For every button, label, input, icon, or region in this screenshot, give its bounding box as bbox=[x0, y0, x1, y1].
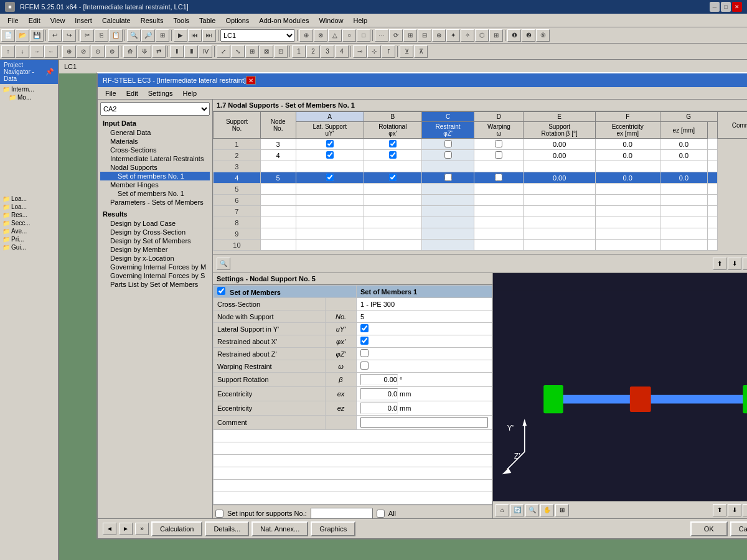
table-beta-7[interactable] bbox=[524, 206, 596, 217]
menu-addon[interactable]: Add-on Modules bbox=[254, 16, 314, 26]
table-lat-10[interactable] bbox=[296, 240, 364, 251]
export-icon[interactable]: ⬆ bbox=[713, 258, 726, 270]
menu-tools[interactable]: Tools bbox=[168, 16, 194, 26]
table-rot-4[interactable] bbox=[364, 172, 421, 184]
tree-design-load-case[interactable]: Design by Load Case bbox=[100, 219, 210, 228]
table-beta-8[interactable] bbox=[524, 217, 596, 228]
tb2-btn4[interactable]: ← bbox=[44, 45, 58, 58]
table-warp-7[interactable] bbox=[474, 206, 524, 217]
table-beta-4[interactable]: 0.00 bbox=[524, 172, 596, 184]
tree-nodal-supports[interactable]: Nodal Supports bbox=[100, 163, 210, 172]
view-settings1[interactable]: ⊿ bbox=[743, 504, 747, 516]
tb2-btn16[interactable]: ⤡ bbox=[231, 45, 245, 58]
lc-dropdown[interactable]: LC1 bbox=[220, 29, 295, 42]
toolbar-undo[interactable]: ↩ bbox=[48, 29, 62, 42]
toolbar-btn15[interactable]: ⟳ bbox=[389, 29, 403, 42]
tb2-btn2[interactable]: ↓ bbox=[16, 45, 29, 58]
table-lat-7[interactable] bbox=[296, 206, 364, 217]
warp-val[interactable] bbox=[357, 360, 492, 373]
nav-item-ave[interactable]: 📁 Ave... bbox=[1, 227, 57, 235]
table-beta-2[interactable]: 0.00 bbox=[524, 150, 596, 161]
table-res-5[interactable] bbox=[421, 184, 474, 195]
tb2-btn9[interactable]: ⟰ bbox=[123, 45, 137, 58]
toolbar-btn21[interactable]: ⬡ bbox=[475, 29, 489, 42]
table-ex-4[interactable]: 0.0 bbox=[595, 172, 660, 184]
nav-item-mo[interactable]: 📁 Mo... bbox=[1, 93, 57, 101]
tree-member-hinges-set1[interactable]: Set of members No. 1 bbox=[100, 189, 210, 198]
table-res-9[interactable] bbox=[421, 228, 474, 240]
table-ex-7[interactable] bbox=[595, 206, 660, 217]
table-ez-3[interactable] bbox=[660, 161, 708, 172]
dialog-menu-edit[interactable]: Edit bbox=[121, 89, 143, 98]
import-icon[interactable]: ⬇ bbox=[728, 258, 741, 270]
all-checkbox[interactable] bbox=[377, 510, 385, 518]
table-comment-3[interactable] bbox=[708, 161, 718, 172]
menu-table[interactable]: Table bbox=[194, 16, 220, 26]
tree-design-member[interactable]: Design by Member bbox=[100, 245, 210, 254]
toolbar-btn9[interactable]: ⊕ bbox=[299, 29, 313, 42]
toolbar-btn4[interactable]: ⎘ bbox=[95, 29, 108, 42]
table-lat-5[interactable] bbox=[296, 184, 364, 195]
tb2-btn25[interactable]: ⊹ bbox=[367, 45, 381, 58]
table-node-3[interactable] bbox=[260, 161, 296, 172]
minimize-btn[interactable]: ─ bbox=[710, 2, 720, 12]
table-res-10[interactable] bbox=[421, 240, 474, 251]
tb2-btn1[interactable]: ↑ bbox=[1, 45, 15, 58]
menu-insert[interactable]: Insert bbox=[70, 16, 97, 26]
toolbar-btn5[interactable]: 📋 bbox=[109, 29, 123, 42]
view-rotate-icon[interactable]: 🔄 bbox=[510, 504, 524, 516]
table-beta-5[interactable] bbox=[524, 184, 596, 195]
dialog-menu-settings[interactable]: Settings bbox=[143, 89, 178, 98]
menu-options[interactable]: Options bbox=[220, 16, 254, 26]
tb2-btn15[interactable]: ⤢ bbox=[217, 45, 230, 58]
toolbar-zoom-out[interactable]: 🔎 bbox=[141, 29, 155, 42]
calculation-btn[interactable]: Calculation bbox=[151, 521, 202, 536]
nav-pin[interactable]: 📌 bbox=[45, 68, 54, 76]
table-ex-1[interactable]: 0.0 bbox=[595, 139, 660, 150]
table-beta-9[interactable] bbox=[524, 228, 596, 240]
table-res-8[interactable] bbox=[421, 217, 474, 228]
view-export2[interactable]: ⬇ bbox=[728, 504, 741, 516]
rotx-val[interactable] bbox=[357, 335, 492, 348]
tree-cross-sections[interactable]: Cross-Sections bbox=[100, 146, 210, 154]
toolbar-btn13[interactable]: □ bbox=[357, 29, 370, 42]
dialog-menu-help[interactable]: Help bbox=[177, 89, 202, 98]
tb2-btn28[interactable]: ⊼ bbox=[414, 45, 428, 58]
menu-file[interactable]: File bbox=[2, 16, 24, 26]
tb2-btn12[interactable]: Ⅱ bbox=[170, 45, 184, 58]
nav-item-pri[interactable]: 📁 Pri... bbox=[1, 235, 57, 243]
toolbar-btn19[interactable]: ✦ bbox=[446, 29, 460, 42]
table-ez-5[interactable] bbox=[660, 184, 708, 195]
tb2-btn21[interactable]: 2 bbox=[306, 45, 320, 58]
tree-gov-forces-m[interactable]: Governing Internal Forces by M bbox=[100, 263, 210, 271]
table-node-9[interactable] bbox=[260, 228, 296, 240]
toolbar-btn10[interactable]: ⊗ bbox=[314, 29, 327, 42]
table-rot-9[interactable] bbox=[364, 228, 421, 240]
menu-results[interactable]: Results bbox=[136, 16, 169, 26]
table-ex-6[interactable] bbox=[595, 195, 660, 206]
lat-val[interactable] bbox=[357, 323, 492, 335]
table-res-2[interactable] bbox=[421, 150, 474, 161]
table-warp-9[interactable] bbox=[474, 228, 524, 240]
cancel-btn[interactable]: Cancel bbox=[730, 521, 747, 536]
table-lat-6[interactable] bbox=[296, 195, 364, 206]
tree-set-members-1[interactable]: Set of members No. 1 bbox=[100, 172, 210, 180]
table-ez-4[interactable]: 0.0 bbox=[660, 172, 708, 184]
table-lat-3[interactable] bbox=[296, 161, 364, 172]
toolbar-btn20[interactable]: ✧ bbox=[461, 29, 474, 42]
rotz-checkbox[interactable] bbox=[360, 349, 369, 357]
tb2-btn17[interactable]: ⊞ bbox=[245, 45, 259, 58]
toolbar-open[interactable]: 📂 bbox=[16, 29, 29, 42]
tb2-btn20[interactable]: 1 bbox=[292, 45, 306, 58]
details-btn[interactable]: Details... bbox=[205, 521, 249, 536]
table-res-7[interactable] bbox=[421, 206, 474, 217]
table-comment-5[interactable] bbox=[708, 184, 718, 195]
toolbar-btn8[interactable]: ⏭ bbox=[202, 29, 216, 42]
table-ex-3[interactable] bbox=[595, 161, 660, 172]
table-rot-1[interactable] bbox=[364, 139, 421, 150]
data-table-container[interactable]: SupportNo. NodeNo. A B C D E F G Comme bbox=[213, 111, 747, 254]
table-ex-10[interactable] bbox=[595, 240, 660, 251]
tree-parts-list[interactable]: Parts List by Set of Members bbox=[100, 280, 210, 289]
nat-annex-btn[interactable]: Nat. Annex... bbox=[251, 521, 308, 536]
tree-design-set-members[interactable]: Design by Set of Members bbox=[100, 236, 210, 245]
